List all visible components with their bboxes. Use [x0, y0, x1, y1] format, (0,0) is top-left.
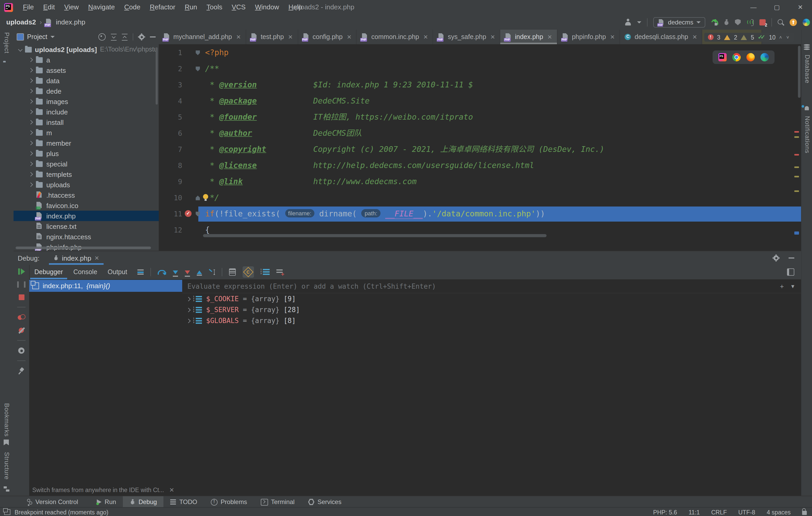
- stack-frame-row[interactable]: index.php:11, {main}(): [29, 280, 182, 292]
- project-tree-item[interactable]: include: [13, 107, 159, 117]
- code-line[interactable]: 4 * @package DedeCMS.Site: [159, 93, 802, 109]
- editor-vertical-scrollbar[interactable]: [798, 46, 801, 98]
- breadcrumb-file[interactable]: index.php: [56, 18, 85, 26]
- prev-next-problem-icons[interactable]: ˄ ˅: [779, 35, 791, 40]
- debug-button[interactable]: [724, 19, 729, 25]
- gutter[interactable]: [184, 109, 201, 125]
- update-available-icon[interactable]: [790, 19, 797, 26]
- menu-navigate[interactable]: Navigate: [84, 0, 120, 14]
- code-line[interactable]: 1<?php: [159, 45, 802, 61]
- maximize-button[interactable]: ▢: [765, 0, 789, 14]
- tab-console[interactable]: Console: [68, 265, 103, 279]
- chevron-right-icon[interactable]: [29, 58, 33, 62]
- code-line[interactable]: 9 * @link http://www.dedecms.com: [159, 174, 802, 190]
- code-line[interactable]: 5 * @founder IT柏拉图, https://weibo.com/it…: [159, 109, 802, 125]
- editor-tab[interactable]: test.php ✕: [246, 30, 298, 44]
- gear-icon[interactable]: [774, 255, 779, 261]
- stripe-project-tab[interactable]: Project: [3, 32, 10, 54]
- close-tab-icon[interactable]: ✕: [547, 34, 552, 40]
- error-stripe-mark[interactable]: [794, 131, 799, 133]
- close-tab-icon[interactable]: ✕: [423, 34, 428, 40]
- chevron-down-icon[interactable]: [18, 47, 23, 52]
- project-tree-item[interactable]: uploads: [13, 179, 159, 190]
- hide-panel-icon[interactable]: [150, 36, 156, 37]
- step-into-icon[interactable]: [173, 270, 178, 274]
- code-line[interactable]: 3 * @version $Id: index.php 1 9:23 2010-…: [159, 77, 802, 93]
- gutter[interactable]: [184, 61, 201, 77]
- editor-tab[interactable]: index.php ✕: [500, 30, 557, 44]
- project-tree-item[interactable]: images: [13, 96, 159, 107]
- gutter[interactable]: [184, 222, 201, 238]
- gutter[interactable]: [184, 142, 201, 158]
- fold-marker-icon[interactable]: [196, 212, 200, 216]
- breakpoint-icon[interactable]: ✓: [185, 210, 192, 217]
- pause-program-icon[interactable]: [17, 281, 26, 287]
- project-tree-item[interactable]: .htaccess: [13, 190, 159, 200]
- chevron-right-icon[interactable]: [29, 141, 33, 145]
- toolwindow-problems[interactable]: Problems: [204, 496, 254, 508]
- bookmark-icon[interactable]: [4, 439, 9, 445]
- chevron-right-icon[interactable]: [29, 183, 33, 187]
- close-tab-icon[interactable]: ✕: [490, 34, 495, 40]
- chevron-down-icon[interactable]: [637, 21, 641, 23]
- stripe-notifications-tab[interactable]: Notifications: [804, 116, 811, 153]
- stop-icon[interactable]: [19, 295, 24, 300]
- menu-edit[interactable]: Edit: [38, 0, 60, 14]
- editor-tab[interactable]: config.php ✕: [298, 30, 357, 44]
- gutter[interactable]: [184, 174, 201, 190]
- chevron-right-icon[interactable]: [186, 308, 191, 312]
- toolwindow-terminal[interactable]: Terminal: [254, 496, 301, 508]
- gutter[interactable]: [184, 158, 201, 174]
- mute-breakpoints-icon[interactable]: [18, 327, 25, 333]
- indent-widget[interactable]: 4 spaces: [767, 509, 791, 515]
- toolwindow-todo[interactable]: TODO: [164, 496, 204, 508]
- chevron-right-icon[interactable]: [29, 110, 33, 114]
- code-line[interactable]: 10 */: [159, 190, 802, 206]
- gutter[interactable]: [184, 125, 201, 142]
- project-tree-item[interactable]: special: [13, 159, 159, 169]
- encoding-widget[interactable]: UTF-8: [738, 509, 755, 515]
- chevron-right-icon[interactable]: [186, 297, 191, 301]
- code-line[interactable]: 11✓if(!file_exists( filename: dirname( p…: [159, 206, 802, 222]
- project-horizontal-scrollbar[interactable]: [16, 247, 151, 249]
- project-tree-item[interactable]: member: [13, 138, 159, 148]
- editor-tab[interactable]: sys_safe.php ✕: [433, 30, 500, 44]
- menu-file[interactable]: File: [18, 0, 38, 14]
- collapse-all-icon[interactable]: [122, 34, 127, 40]
- warning-stripe-mark[interactable]: [794, 136, 799, 138]
- close-session-icon[interactable]: ✕: [94, 254, 99, 262]
- edge-browser-icon[interactable]: [760, 53, 769, 61]
- resume-program-icon[interactable]: [18, 268, 25, 275]
- project-panel-title[interactable]: Project: [27, 33, 47, 40]
- step-out-icon[interactable]: [197, 270, 202, 274]
- chevron-down-icon[interactable]: [51, 36, 55, 38]
- warning-stripe-mark[interactable]: [794, 176, 799, 177]
- project-tree-item[interactable]: dede: [13, 86, 159, 96]
- tab-debugger[interactable]: Debugger: [29, 265, 68, 279]
- evaluate-expression-bar[interactable]: Evaluate expression (Enter) or add a wat…: [182, 279, 802, 293]
- stripe-bookmarks-tab[interactable]: Bookmarks: [3, 403, 10, 437]
- chevron-right-icon[interactable]: [186, 318, 191, 323]
- project-tree-item[interactable]: templets: [13, 169, 159, 179]
- project-tree-item[interactable]: phpinfo.php: [13, 242, 159, 251]
- chevron-right-icon[interactable]: [29, 162, 33, 166]
- code-line[interactable]: 7 * @copyright Copyright (c) 2007 - 2021…: [159, 142, 802, 158]
- evaluate-expression-icon[interactable]: [229, 268, 236, 276]
- project-vertical-scrollbar[interactable]: [156, 47, 158, 104]
- gutter[interactable]: [184, 77, 201, 93]
- run-to-cursor-icon[interactable]: [209, 269, 215, 275]
- toolwindow-run[interactable]: Run: [85, 496, 123, 508]
- line-ending-widget[interactable]: CRLF: [711, 509, 727, 515]
- close-button[interactable]: ✕: [789, 0, 812, 14]
- editor-tab[interactable]: phpinfo.php ✕: [557, 30, 620, 44]
- project-tree-item[interactable]: data: [13, 75, 159, 86]
- menu-code[interactable]: Code: [119, 0, 145, 14]
- project-root-item[interactable]: uploads2 [uploads] E:\Tools\Env\phpstu: [13, 44, 159, 55]
- chevron-right-icon[interactable]: [29, 151, 33, 156]
- project-tree-item[interactable]: a: [13, 55, 159, 65]
- stripe-structure-tab[interactable]: Structure: [3, 452, 10, 480]
- code-line[interactable]: 8 * @license http://help.dedecms.com/use…: [159, 158, 802, 174]
- close-tab-icon[interactable]: ✕: [692, 34, 697, 40]
- show-execution-point-icon[interactable]: [138, 269, 144, 275]
- gutter[interactable]: ✓: [184, 206, 201, 222]
